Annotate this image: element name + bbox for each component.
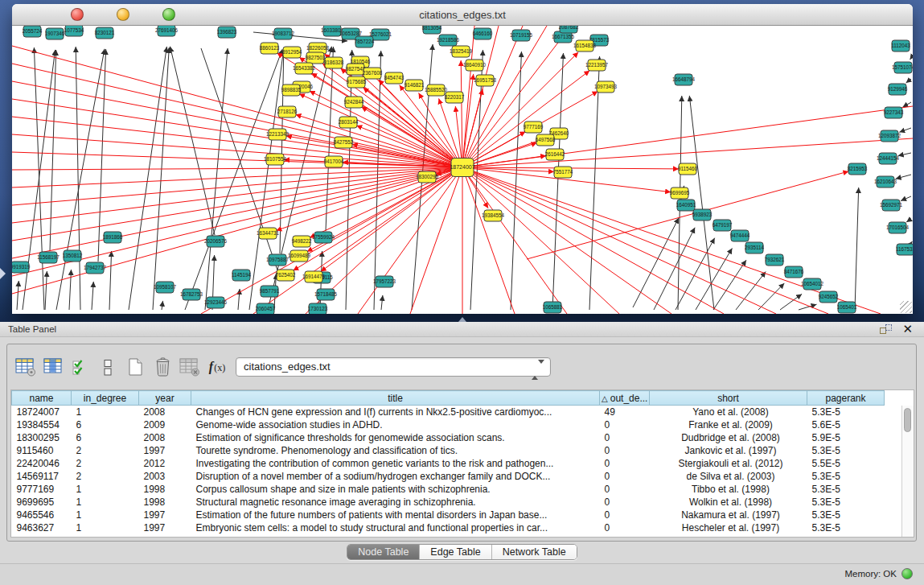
cell-pagerank[interactable]: 5.3E-5 [807,521,885,534]
table-row[interactable]: 969969511998Structural magnetic resonanc… [12,496,885,509]
cell-year[interactable]: 1997 [139,444,191,457]
network-node[interactable]: 1065881 [543,302,563,313]
cell-short[interactable]: Franke et al. (2009) [650,418,807,431]
cell-year[interactable]: 1998 [139,496,191,509]
scrollbar-thumb[interactable] [904,408,911,432]
network-node[interactable]: 16648794 [672,74,696,85]
cell-short[interactable]: Tibbo et al. (1998) [650,483,807,496]
cell-name[interactable]: 9115460 [12,444,72,457]
network-node[interactable]: 10973493 [594,81,618,93]
network-node[interactable]: 12093872 [878,130,901,142]
network-node[interactable]: 9898835 [281,84,302,96]
network-node[interactable]: 8220317 [445,92,465,103]
cell-out_degree[interactable]: 0 [600,418,650,431]
cell-title[interactable]: Estimation of the future numbers of pati… [191,509,600,521]
network-node[interactable]: 19384554 [482,210,505,221]
network-canvas[interactable]: 2055724190734610775348230121276914061396… [12,26,913,314]
column-header-in_degree[interactable]: in_degree [72,391,139,406]
network-node[interactable]: 12444154 [877,153,900,164]
network-node[interactable]: 18300295 [416,171,439,183]
network-node[interactable]: 10975887 [266,254,290,266]
network-node[interactable]: 1350812 [63,250,83,262]
cell-name[interactable]: 14569117 [12,470,72,483]
cell-out_degree[interactable]: 0 [600,457,650,470]
network-node[interactable]: 9146821 [405,80,425,91]
network-node[interactable]: 1065401 [837,302,857,313]
clear-selection-icon[interactable] [94,355,121,379]
cell-name[interactable]: 19384554 [12,418,72,431]
network-node[interactable]: 5938923 [692,209,713,220]
network-node[interactable]: 7551774 [553,167,573,178]
network-node[interactable]: 12923446 [204,297,228,308]
cell-in_degree[interactable]: 1 [72,509,139,521]
network-node[interactable]: 8860123 [260,43,280,54]
cell-short[interactable]: Yano et al. (2008) [650,406,807,418]
cell-pagerank[interactable]: 5.3E-5 [807,470,885,483]
column-header-year[interactable]: year [139,391,191,406]
cell-out_degree[interactable]: 0 [600,470,650,483]
network-node[interactable]: 9115460 [678,163,698,175]
network-node[interactable]: 1077534 [64,26,84,36]
network-node[interactable]: 16154838 [573,40,597,51]
cell-year[interactable]: 1997 [139,521,191,534]
tab-network-table[interactable]: Network Table [492,545,577,559]
cell-pagerank[interactable]: 5.3E-5 [807,496,885,509]
cell-pagerank[interactable]: 5.6E-5 [807,418,885,431]
network-node[interactable]: 12213343 [266,129,290,140]
cell-out_degree[interactable]: 49 [600,406,650,418]
network-node[interactable]: 1112043 [891,40,910,51]
splitter-collapse-icon[interactable] [0,268,6,279]
float-panel-icon[interactable] [880,324,892,336]
cell-pagerank[interactable]: 5.3E-5 [807,483,885,496]
cell-short[interactable]: Stergiakouli et al. (2012) [650,457,807,470]
cell-year[interactable]: 2003 [139,470,191,483]
cell-short[interactable]: Wolkin et al. (1998) [650,496,807,509]
network-node[interactable]: 10719155 [510,30,533,41]
table-settings-icon[interactable] [12,355,39,379]
cell-year[interactable]: 2009 [139,418,191,431]
cell-short[interactable]: Nakamura et al. (1997) [650,509,807,521]
close-panel-icon[interactable]: ✕ [902,322,913,336]
table-vertical-scrollbar[interactable] [901,406,914,537]
cell-in_degree[interactable]: 1 [72,496,139,509]
network-node[interactable]: 15718485 [314,289,338,300]
column-visibility-icon[interactable] [39,355,67,379]
cell-out_degree[interactable]: 0 [600,483,650,496]
network-node[interactable]: 1396823 [217,27,237,38]
network-node[interactable]: 9919319 [12,262,31,273]
network-node[interactable]: 7625402 [276,270,296,281]
network-node[interactable]: 18107554 [264,154,287,165]
network-node[interactable]: 19083712 [272,28,295,39]
cell-out_degree[interactable]: 0 [600,431,650,444]
network-node[interactable]: 18325419 [450,46,473,57]
cell-pagerank[interactable]: 5.5E-5 [807,457,885,470]
cell-name[interactable]: 22420046 [12,457,72,470]
resize-grip-icon[interactable] [900,301,912,313]
cell-pagerank[interactable]: 5.9E-5 [807,431,885,444]
tab-edge-table[interactable]: Edge Table [420,545,491,559]
table-row[interactable]: 1938455462009Genome-wide association stu… [12,418,885,431]
network-node[interactable]: 8813054 [422,26,442,34]
cell-year[interactable]: 1998 [139,483,191,496]
network-graph[interactable]: 2055724190734610775348230121276914061396… [12,26,913,314]
network-node[interactable]: 15692971 [880,200,903,211]
cell-short[interactable]: Jankovic et al. (1997) [650,444,807,457]
network-node[interactable]: 9777169 [524,122,544,133]
column-header-out_degree[interactable]: △out_de... [600,391,650,406]
tab-node-table[interactable]: Node Table [347,545,420,559]
network-node[interactable]: 8912954 [282,47,302,58]
network-node[interactable]: 12213957 [585,60,609,71]
network-node[interactable]: 1907346 [45,28,65,39]
cell-in_degree[interactable]: 2 [72,457,139,470]
network-node[interactable]: 6466160 [473,28,493,39]
network-node[interactable]: 18640910 [463,60,487,71]
table-row[interactable]: 946362711997Embryonic stem cells: a mode… [12,521,885,534]
network-node[interactable]: 16782753 [180,289,203,300]
function-builder-icon[interactable]: f(x) [203,355,231,379]
cell-pagerank[interactable]: 5.3E-5 [807,509,885,521]
network-node[interactable]: 17957223 [373,276,396,287]
network-node[interactable]: 1891866 [103,232,123,243]
cell-in_degree[interactable]: 1 [72,521,139,534]
cell-in_degree[interactable]: 2 [72,444,139,457]
cell-title[interactable]: Tourette syndrome. Phenomenology and cla… [191,444,600,457]
